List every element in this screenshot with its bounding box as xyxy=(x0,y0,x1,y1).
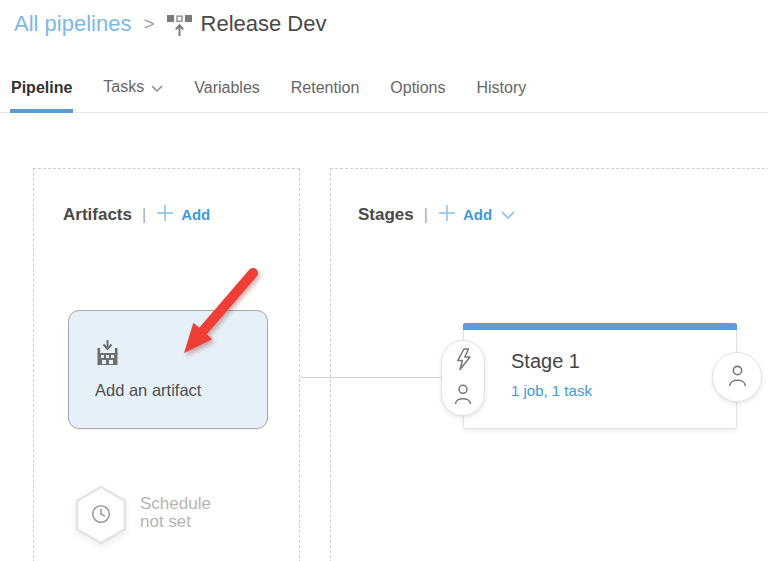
add-artifact-link-label: Add xyxy=(181,206,210,223)
stages-title: Stages xyxy=(358,205,414,225)
release-pipeline-icon xyxy=(166,12,193,39)
add-an-artifact-button-label: Add an artifact xyxy=(95,381,201,400)
hexagon-badge xyxy=(74,485,128,549)
add-artifact-link[interactable]: Add xyxy=(156,204,210,225)
add-stage-button[interactable]: Add xyxy=(438,204,515,225)
artifacts-title: Artifacts xyxy=(63,205,132,225)
stage-job-task-link[interactable]: 1 job, 1 task xyxy=(511,382,592,399)
schedule-status-line1: Schedule xyxy=(140,495,211,513)
tab-variables[interactable]: Variables xyxy=(193,79,261,113)
tab-bar: Pipeline Tasks Variables Retention Optio… xyxy=(0,70,768,113)
stage-card[interactable]: Stage 1 1 job, 1 task xyxy=(463,323,737,429)
schedule-status-text: Schedule not set xyxy=(140,495,211,531)
artifact-stage-connector-line xyxy=(300,377,443,378)
tab-retention-label: Retention xyxy=(291,79,360,97)
tab-pipeline[interactable]: Pipeline xyxy=(10,79,73,113)
schedule-trigger[interactable]: Schedule not set xyxy=(74,485,211,549)
artifacts-panel-header: Artifacts | Add xyxy=(63,204,210,225)
pre-deployment-conditions-button[interactable] xyxy=(441,340,485,416)
plus-icon xyxy=(438,204,456,225)
breadcrumb-separator: > xyxy=(143,13,154,35)
tab-tasks-label: Tasks xyxy=(103,78,144,96)
chevron-down-icon xyxy=(151,79,163,97)
artifact-box-icon xyxy=(94,339,121,370)
stage-card-accent-bar xyxy=(463,323,737,330)
header-divider: | xyxy=(142,206,146,224)
tab-history-label: History xyxy=(476,79,526,97)
breadcrumb: All pipelines > Release Dev xyxy=(14,8,326,40)
chevron-down-icon xyxy=(501,208,515,223)
tab-history[interactable]: History xyxy=(475,79,527,113)
tab-tasks[interactable]: Tasks xyxy=(102,77,164,113)
tab-options[interactable]: Options xyxy=(389,79,446,113)
tab-retention[interactable]: Retention xyxy=(290,79,361,113)
schedule-status-line2: not set xyxy=(140,513,211,531)
person-icon xyxy=(727,364,748,391)
page-title: Release Dev xyxy=(201,11,327,37)
all-pipelines-link[interactable]: All pipelines xyxy=(14,11,131,37)
plus-icon xyxy=(156,204,174,225)
tab-options-label: Options xyxy=(390,79,445,97)
tab-variables-label: Variables xyxy=(194,79,260,97)
stages-panel-header: Stages | Add xyxy=(358,204,515,225)
stage-name: Stage 1 xyxy=(511,350,580,373)
add-an-artifact-button[interactable]: Add an artifact xyxy=(68,310,268,429)
person-icon xyxy=(453,383,473,409)
add-stage-button-label: Add xyxy=(463,206,492,223)
header-divider: | xyxy=(424,206,428,224)
tab-pipeline-label: Pipeline xyxy=(11,79,72,97)
lightning-icon xyxy=(453,347,473,376)
post-deployment-conditions-button[interactable] xyxy=(712,352,762,402)
